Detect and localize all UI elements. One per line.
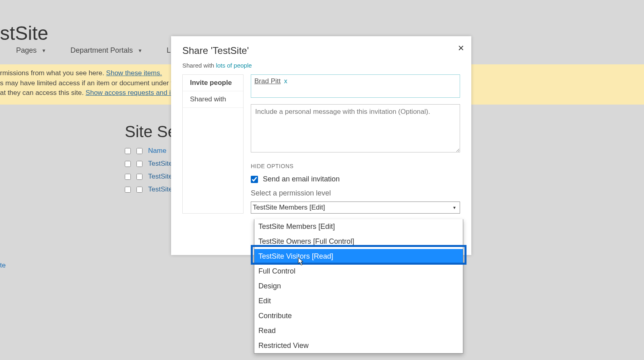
tab-shared-with[interactable]: Shared with	[183, 91, 243, 108]
table-row[interactable]: TestSite	[125, 173, 172, 181]
permission-option[interactable]: Read	[254, 323, 463, 338]
shared-with-link[interactable]: lots of people	[216, 62, 252, 69]
close-button[interactable]: ×	[458, 42, 464, 54]
tab-invite-people[interactable]: Invite people	[183, 75, 243, 91]
nav-dept-label: Department Portals	[70, 46, 133, 55]
chevron-down-icon: ▼	[41, 48, 46, 53]
people-picker-input[interactable]: Brad Pitt x	[251, 74, 460, 98]
permission-option[interactable]: TestSite Owners [Full Control]	[254, 234, 463, 249]
site-title: stSite	[0, 22, 48, 44]
chevron-down-icon: ▾	[451, 204, 458, 211]
shared-with-text: Shared with lots of people	[182, 62, 460, 69]
row-checkbox[interactable]	[136, 161, 142, 167]
permission-level-dropdown[interactable]: TestSite Members [Edit]TestSite Owners […	[254, 219, 463, 354]
send-email-label: Send an email invitation	[263, 175, 340, 183]
permission-level-select[interactable]: TestSite Members [Edit] ▾	[251, 202, 460, 214]
permission-option[interactable]: TestSite Visitors [Read]	[254, 249, 463, 264]
row-checkbox[interactable]	[125, 187, 131, 193]
permission-option[interactable]: Design	[254, 279, 463, 294]
permission-option[interactable]: Contribute	[254, 309, 463, 323]
permission-option[interactable]: Edit	[254, 294, 463, 309]
groups-table: Name TestSite TestSite TestSite	[125, 147, 172, 198]
row-checkbox[interactable]	[136, 174, 142, 180]
dialog-tabs: Invite people Shared with	[182, 74, 244, 214]
hide-options-toggle[interactable]: HIDE OPTIONS	[251, 163, 460, 169]
table-row[interactable]: TestSite	[125, 185, 172, 193]
row-checkbox[interactable]	[125, 161, 131, 167]
message-input[interactable]	[251, 104, 460, 152]
table-row[interactable]: TestSite	[125, 160, 172, 168]
banner-text-3: at they can access this site.	[0, 89, 86, 97]
send-email-checkbox[interactable]	[251, 176, 258, 183]
row-name[interactable]: TestSite	[148, 173, 172, 181]
nav-pages[interactable]: Pages ▼	[16, 46, 46, 55]
shared-prefix: Shared with	[182, 62, 216, 69]
remove-chip-button[interactable]: x	[284, 78, 287, 84]
nav-pages-label: Pages	[16, 46, 37, 55]
permission-option[interactable]: TestSite Members [Edit]	[254, 219, 463, 234]
permission-option[interactable]: Full Control	[254, 264, 463, 279]
dialog-title: Share 'TestSite'	[182, 45, 460, 56]
top-nav: Pages ▼ Department Portals ▼ Lists ▼	[16, 46, 191, 55]
chevron-down-icon: ▼	[138, 48, 142, 53]
column-name-header[interactable]: Name	[148, 147, 166, 155]
nav-dept-portals[interactable]: Department Portals ▼	[70, 46, 142, 55]
row-name[interactable]: TestSite	[148, 185, 172, 193]
close-icon: ×	[458, 42, 464, 54]
show-items-link[interactable]: Show these items.	[106, 69, 162, 77]
row-checkbox[interactable]	[125, 174, 131, 180]
select-all-checkbox[interactable]	[125, 148, 131, 154]
sidebar-link-truncated[interactable]: te	[0, 261, 6, 269]
permission-option[interactable]: Restricted View	[254, 338, 463, 353]
row-name[interactable]: TestSite	[148, 160, 172, 168]
banner-text-1: rmissions from what you see here.	[0, 69, 106, 77]
permission-selected-value: TestSite Members [Edit]	[253, 204, 325, 212]
permission-level-label: Select a permission level	[251, 189, 460, 197]
column-checkbox[interactable]	[136, 148, 142, 154]
people-chip[interactable]: Brad Pitt	[254, 77, 281, 85]
row-checkbox[interactable]	[136, 187, 142, 193]
